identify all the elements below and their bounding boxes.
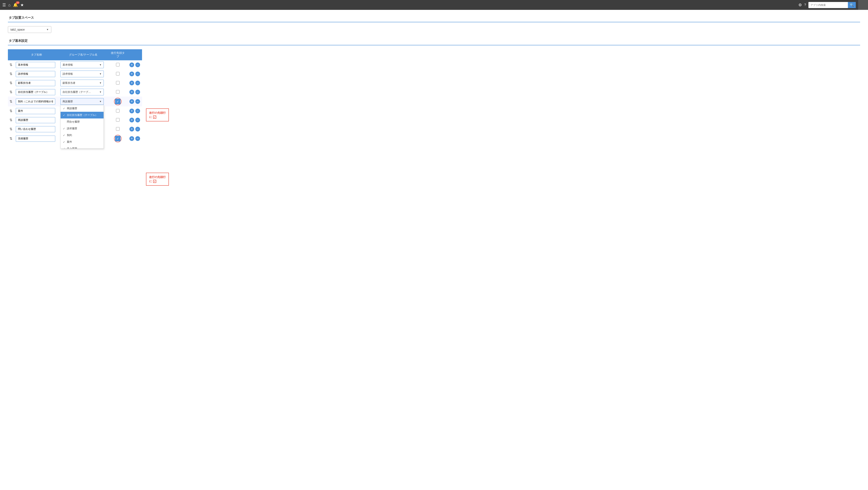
dropdown-item[interactable]: ✓ 商談履歴: [61, 105, 103, 112]
dropdown-item[interactable]: ✓ 請求履歴: [61, 125, 103, 132]
group-select-value: 顧客担当者: [63, 81, 75, 85]
check-icon: ✓: [63, 147, 66, 149]
dropdown-item-selected[interactable]: ✓ 自社担当履歴（テーブル）: [61, 112, 103, 119]
annotation-row5: 改行の先頭行 に: [146, 108, 169, 122]
gear-icon[interactable]: ⚙: [798, 3, 802, 7]
drag-handle[interactable]: ⇅: [9, 100, 12, 103]
drag-handle[interactable]: ⇅: [9, 63, 12, 67]
tab-space-divider: [8, 22, 860, 22]
remove-row-button[interactable]: −: [135, 99, 140, 104]
add-row-button[interactable]: +: [129, 136, 134, 141]
drag-handle[interactable]: ⇅: [9, 137, 12, 140]
group-select[interactable]: 請求情報 ▼: [60, 71, 104, 77]
add-row-button[interactable]: +: [129, 108, 134, 113]
new-row-checkbox-checked[interactable]: ✓: [115, 136, 121, 141]
dropdown-item[interactable]: ✓ 案件: [61, 138, 103, 145]
new-row-checkbox[interactable]: [116, 109, 120, 112]
search-button[interactable]: 🔍: [848, 2, 856, 8]
app-icon-area: [858, 0, 868, 10]
menu-icon[interactable]: ☰: [2, 3, 6, 7]
tab-space-section: タブ設置スペース tab2_space ▼: [8, 16, 860, 33]
drag-handle[interactable]: ⇅: [9, 90, 12, 94]
tab-name-input[interactable]: [16, 71, 55, 77]
drag-handle[interactable]: ⇅: [9, 109, 12, 113]
group-select-chevron: ▼: [99, 81, 102, 84]
add-row-button[interactable]: +: [129, 90, 134, 94]
new-row-checkbox[interactable]: [116, 72, 120, 75]
group-select-open[interactable]: 商談履歴 ▼: [60, 98, 104, 105]
check-icon: ✓: [63, 140, 66, 143]
annotation-checkbox-icon: [153, 180, 156, 183]
tab-name-input[interactable]: [16, 80, 55, 86]
tab-name-input[interactable]: [16, 126, 55, 132]
dropdown-item[interactable]: ✓ 契約: [61, 132, 103, 138]
add-row-button[interactable]: +: [129, 118, 134, 122]
tab-name-input[interactable]: [16, 89, 55, 95]
remove-row-button[interactable]: −: [135, 108, 140, 113]
tab-basic-section: タブ基本設定 タブ名称 グループ名/テーブル名 改行先頭タブ ⇅: [8, 39, 860, 186]
notification-badge: 10: [16, 1, 20, 4]
dropdown-item[interactable]: ✓ 問合せ履歴: [61, 119, 103, 125]
drag-handle[interactable]: ⇅: [9, 127, 12, 131]
home-icon[interactable]: ⌂: [8, 3, 11, 7]
col-group-name: グループ名/テーブル名: [59, 49, 107, 60]
header: ☰ ⌂ 🔔 10 ★ ⚙ ? 🔍: [0, 0, 868, 10]
dropdown-container: 商談履歴 ▼ ✓ 商談履歴: [60, 98, 106, 105]
tab-name-input[interactable]: [16, 136, 55, 142]
group-select-chevron: ▼: [99, 63, 102, 66]
new-row-checkbox[interactable]: [116, 81, 120, 85]
space-select-row: tab2_space ▼: [8, 26, 860, 33]
tab-name-input[interactable]: [16, 108, 55, 114]
new-row-checkbox[interactable]: [116, 90, 120, 94]
remove-row-button[interactable]: −: [135, 118, 140, 122]
add-row-button[interactable]: +: [129, 99, 134, 104]
group-select-value: 基本情報: [63, 63, 73, 67]
drag-handle[interactable]: ⇅: [9, 72, 12, 76]
dropdown-scroll[interactable]: ✓ 商談履歴 ✓ 自社担当履歴（テーブル） ✓: [61, 105, 103, 149]
star-icon[interactable]: ★: [20, 3, 24, 7]
space-select-chevron: ▼: [46, 28, 49, 31]
new-row-checkbox[interactable]: [116, 118, 120, 122]
remove-row-button[interactable]: −: [135, 90, 140, 94]
remove-row-button[interactable]: −: [135, 80, 140, 85]
remove-row-button[interactable]: −: [135, 71, 140, 76]
check-icon: ✓: [63, 114, 66, 117]
group-select[interactable]: 基本情報 ▼: [60, 62, 104, 68]
space-select-value: tab2_space: [10, 28, 25, 31]
group-select-value: 自社担当履歴（テーブ…: [63, 90, 91, 94]
help-icon[interactable]: ?: [804, 3, 806, 7]
col-new-row: 改行先頭タブ: [107, 49, 128, 60]
add-row-button[interactable]: +: [129, 80, 134, 85]
table-row: ⇅ 自社担当履歴（テーブ… ▼ + −: [8, 88, 142, 97]
group-select[interactable]: 顧客担当者 ▼: [60, 79, 104, 86]
new-row-checkbox[interactable]: [116, 127, 120, 131]
space-select-dropdown[interactable]: tab2_space ▼: [8, 26, 51, 33]
tab-name-input[interactable]: [16, 99, 55, 105]
drag-handle[interactable]: ⇅: [9, 118, 12, 122]
checkbox-circled-wrapper: ✓: [114, 98, 122, 105]
group-select-chevron: ▼: [99, 91, 102, 93]
add-row-button[interactable]: +: [129, 127, 134, 131]
new-row-checkbox-checked[interactable]: ✓: [115, 99, 121, 104]
bell-wrapper[interactable]: 🔔 10: [13, 3, 18, 7]
dropdown-item-label: 問合せ履歴: [67, 120, 80, 124]
table-row: ⇅ 基本情報 ▼ + −: [8, 60, 142, 69]
search-input[interactable]: [808, 2, 848, 8]
annotation-checkbox-icon: [153, 116, 156, 119]
dropdown-item-label: 案件: [67, 140, 72, 144]
add-row-button[interactable]: +: [129, 71, 134, 76]
dropdown-item[interactable]: ✓ 売上履歴: [61, 145, 103, 149]
add-row-button[interactable]: +: [129, 63, 134, 67]
remove-row-button[interactable]: −: [135, 136, 140, 141]
drag-handle[interactable]: ⇅: [9, 81, 12, 85]
tab-name-input[interactable]: [16, 117, 55, 123]
tab-space-title: タブ設置スペース: [8, 16, 860, 20]
remove-row-button[interactable]: −: [135, 63, 140, 67]
tab-name-input[interactable]: [16, 62, 55, 68]
annotation-spacer-top: [146, 49, 169, 108]
annotations-area: 改行の先頭行 に 改行の先頭行 に: [146, 49, 169, 186]
remove-row-button[interactable]: −: [135, 127, 140, 131]
dropdown-item-label: 契約: [67, 133, 72, 137]
new-row-checkbox[interactable]: [116, 63, 120, 66]
group-select[interactable]: 自社担当履歴（テーブ… ▼: [60, 89, 104, 95]
